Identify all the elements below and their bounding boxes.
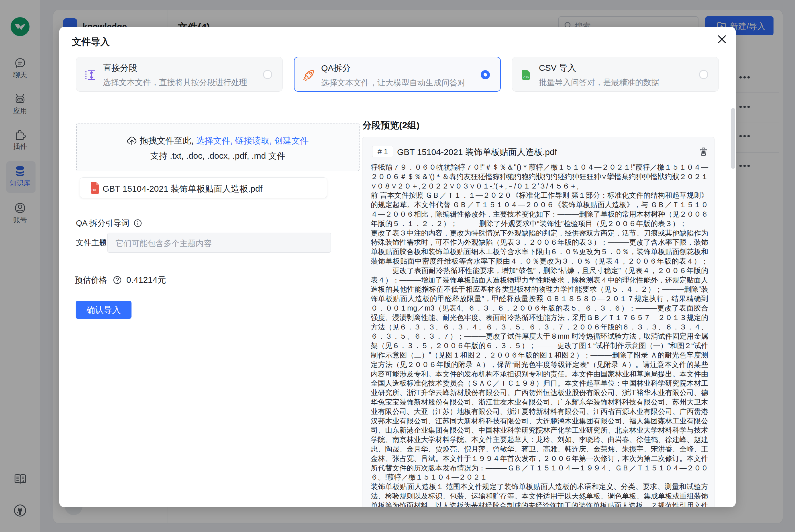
svg-text:PDF: PDF (92, 189, 97, 191)
svg-text:CSV: CSV (524, 76, 529, 79)
